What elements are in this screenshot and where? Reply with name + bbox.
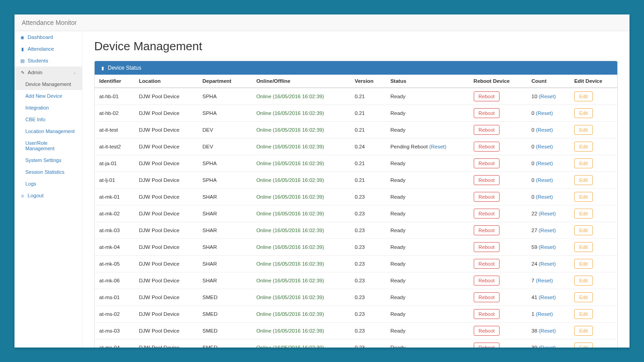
count-reset-link[interactable]: (Reset) (539, 295, 556, 300)
cell-edit: Edit (570, 306, 617, 323)
status-text: Pending Reboot (390, 144, 428, 149)
cell-edit: Edit (570, 289, 617, 306)
cell-department: SPHA (198, 172, 252, 189)
online-status: Online (256, 144, 271, 149)
edit-button[interactable]: Edit (574, 209, 593, 219)
sub-session-statistics: Session Statistics (14, 166, 82, 178)
status-text: Ready (390, 244, 405, 250)
edit-button[interactable]: Edit (574, 276, 593, 286)
reboot-button[interactable]: Reboot (474, 242, 500, 252)
cell-reboot: Reboot (469, 222, 527, 239)
cell-department: SPHA (198, 88, 252, 105)
count-value: 0 (532, 177, 534, 183)
reboot-button[interactable]: Reboot (474, 91, 500, 101)
cell-count: 22 (Reset) (527, 205, 570, 222)
count-value: 0 (532, 194, 534, 200)
table-row: at-mk-04DJW Pool DeviceSHAROnline (16/05… (95, 239, 617, 256)
cell-edit: Edit (570, 122, 617, 138)
edit-button[interactable]: Edit (574, 142, 593, 152)
reboot-button[interactable]: Reboot (474, 326, 500, 336)
cell-online-offline: Online (16/05/2016 16:02:39) (252, 289, 350, 306)
col-online-offline: Online/Offline (252, 75, 350, 88)
navbar: Attendance Monitor (14, 14, 630, 31)
cell-department: DEV (198, 138, 252, 155)
cell-status: Ready (386, 272, 469, 289)
reboot-button[interactable]: Reboot (474, 175, 500, 185)
reboot-button[interactable]: Reboot (474, 259, 500, 269)
cell-count: 39 (Reset) (527, 339, 570, 348)
reboot-button[interactable]: Reboot (474, 142, 500, 152)
edit-button[interactable]: Edit (574, 242, 593, 252)
reboot-button[interactable]: Reboot (474, 225, 500, 235)
cell-online-offline: Online (16/05/2016 16:02:39) (252, 323, 350, 339)
cell-location: DJW Pool Device (135, 189, 198, 205)
reboot-button[interactable]: Reboot (474, 276, 500, 286)
count-reset-link[interactable]: (Reset) (536, 144, 553, 149)
status-reset-link[interactable]: (Reset) (429, 144, 447, 149)
count-reset-link[interactable]: (Reset) (539, 94, 556, 99)
edit-button[interactable]: Edit (574, 125, 593, 135)
count-value: 38 (532, 328, 538, 333)
count-reset-link[interactable]: (Reset) (536, 177, 553, 183)
reboot-button[interactable]: Reboot (474, 108, 500, 118)
count-reset-link[interactable]: (Reset) (536, 194, 553, 200)
sidebar-label: Logout (28, 193, 43, 198)
edit-button[interactable]: Edit (574, 175, 593, 185)
cell-status: Ready (386, 189, 469, 205)
edit-button[interactable]: Edit (574, 343, 593, 348)
reboot-button[interactable]: Reboot (474, 343, 500, 348)
count-reset-link[interactable]: (Reset) (539, 244, 556, 250)
edit-button[interactable]: Edit (574, 108, 593, 118)
count-reset-link[interactable]: (Reset) (536, 110, 553, 116)
edit-button[interactable]: Edit (574, 326, 593, 336)
edit-button[interactable]: Edit (574, 91, 593, 101)
count-reset-link[interactable]: (Reset) (539, 228, 556, 233)
count-reset-link[interactable]: (Reset) (539, 211, 556, 216)
reboot-button[interactable]: Reboot (474, 309, 500, 319)
count-reset-link[interactable]: (Reset) (536, 127, 553, 133)
table-row: at-mk-03DJW Pool DeviceSHAROnline (16/05… (95, 222, 617, 239)
edit-button[interactable]: Edit (574, 259, 593, 269)
reboot-button[interactable]: Reboot (474, 125, 500, 135)
reboot-button[interactable]: Reboot (474, 158, 500, 168)
online-status: Online (256, 211, 271, 216)
cell-reboot: Reboot (469, 239, 527, 256)
edit-button[interactable]: Edit (574, 225, 593, 235)
count-reset-link[interactable]: (Reset) (539, 261, 556, 267)
count-reset-link[interactable]: (Reset) (536, 161, 553, 166)
count-reset-link[interactable]: (Reset) (536, 311, 553, 317)
cell-count: 0 (Reset) (527, 105, 570, 122)
cell-department: SHAR (198, 256, 252, 272)
cell-online-offline: Online (16/05/2016 16:02:39) (252, 138, 350, 155)
online-timestamp: (16/05/2016 16:02:39) (273, 94, 324, 99)
table-row: at-it-testDJW Pool DeviceDEVOnline (16/0… (95, 122, 617, 138)
count-reset-link[interactable]: (Reset) (539, 345, 556, 348)
online-timestamp: (16/05/2016 16:02:39) (273, 328, 324, 333)
panel-title: Device Status (108, 65, 141, 71)
cell-location: DJW Pool Device (135, 105, 198, 122)
admin-submenu: Device Management Add New Device Integra… (14, 78, 82, 190)
online-timestamp: (16/05/2016 16:02:39) (273, 161, 324, 166)
cell-reboot: Reboot (469, 205, 527, 222)
edit-button[interactable]: Edit (574, 192, 593, 202)
status-text: Ready (390, 228, 405, 233)
reboot-button[interactable]: Reboot (474, 292, 500, 302)
count-reset-link[interactable]: (Reset) (539, 328, 556, 333)
edit-button[interactable]: Edit (574, 158, 593, 168)
count-reset-link[interactable]: (Reset) (536, 278, 553, 283)
sub-add-new-device: Add New Device (14, 90, 82, 102)
edit-button[interactable]: Edit (574, 309, 593, 319)
table-row: at-hb-02DJW Pool DeviceSPHAOnline (16/05… (95, 105, 617, 122)
count-value: 0 (532, 144, 534, 149)
reboot-button[interactable]: Reboot (474, 209, 500, 219)
cell-online-offline: Online (16/05/2016 16:02:39) (252, 256, 350, 272)
edit-button[interactable]: Edit (574, 292, 593, 302)
students-icon: ▤ (20, 58, 25, 63)
sub-device-management: Device Management (14, 78, 82, 90)
cell-count: 10 (Reset) (527, 88, 570, 105)
cell-location: DJW Pool Device (135, 205, 198, 222)
cell-reboot: Reboot (469, 105, 527, 122)
online-status: Online (256, 311, 271, 317)
cell-identifier: at-mk-04 (95, 239, 135, 256)
reboot-button[interactable]: Reboot (474, 192, 500, 202)
